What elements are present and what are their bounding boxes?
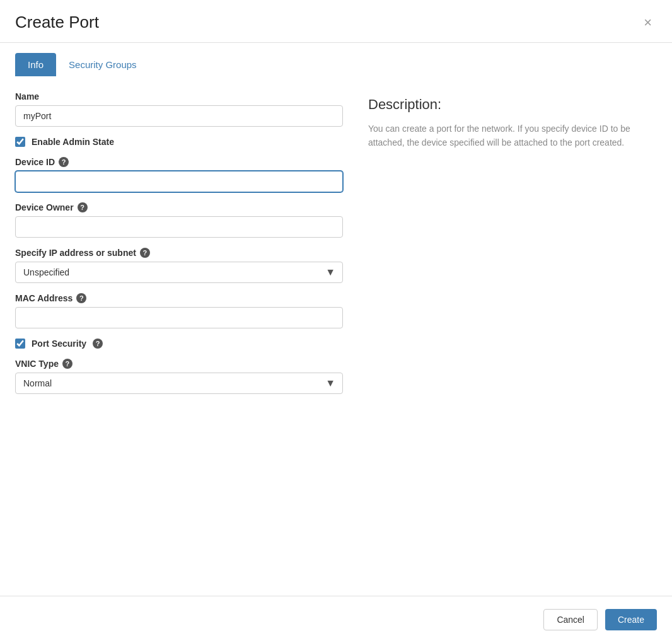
name-input[interactable]	[15, 105, 343, 127]
specify-ip-select[interactable]: Unspecified Fixed IP Subnet	[15, 262, 343, 283]
mac-address-field-group: MAC Address ?	[15, 293, 343, 328]
vnic-type-field-group: VNIC Type ? Normal Direct Macvtap Bareme…	[15, 359, 343, 394]
tab-info[interactable]: Info	[15, 53, 56, 76]
mac-address-input[interactable]	[15, 307, 343, 328]
dialog-footer: Cancel Create	[0, 596, 672, 643]
cancel-button[interactable]: Cancel	[543, 609, 598, 630]
dialog-header: Create Port ×	[0, 0, 672, 43]
specify-ip-help-icon: ?	[140, 248, 150, 258]
specify-ip-label: Specify IP address or subnet ?	[15, 248, 343, 258]
dialog-title: Create Port	[15, 13, 99, 32]
device-id-field-group: Device ID ?	[15, 157, 343, 192]
port-security-row: Port Security ?	[15, 339, 343, 349]
device-owner-label: Device Owner ?	[15, 202, 343, 212]
enable-admin-state-label: Enable Admin State	[32, 137, 114, 147]
device-owner-help-icon: ?	[78, 202, 88, 212]
mac-address-label: MAC Address ?	[15, 293, 343, 303]
tab-security-groups[interactable]: Security Groups	[56, 53, 149, 76]
vnic-type-help-icon: ?	[62, 359, 72, 369]
specify-ip-field-group: Specify IP address or subnet ? Unspecifi…	[15, 248, 343, 283]
specify-ip-select-wrapper: Unspecified Fixed IP Subnet ▼	[15, 262, 343, 283]
device-id-label: Device ID ?	[15, 157, 343, 167]
vnic-type-select[interactable]: Normal Direct Macvtap Baremetal Direct P…	[15, 373, 343, 394]
vnic-type-select-wrapper: Normal Direct Macvtap Baremetal Direct P…	[15, 373, 343, 394]
device-id-input[interactable]	[15, 171, 343, 192]
enable-admin-state-checkbox[interactable]	[15, 137, 25, 147]
description-title: Description:	[368, 96, 657, 113]
description-text: You can create a port for the network. I…	[368, 122, 657, 150]
port-security-label: Port Security	[32, 339, 86, 349]
form-column: Name Enable Admin State Device ID ?	[15, 91, 343, 596]
port-security-checkbox[interactable]	[15, 339, 25, 349]
device-owner-field-group: Device Owner ?	[15, 202, 343, 238]
create-port-dialog: Create Port × Info Security Groups Name …	[0, 0, 672, 643]
description-column: Description: You can create a port for t…	[368, 91, 657, 596]
name-field-group: Name	[15, 91, 343, 127]
mac-address-help-icon: ?	[76, 293, 86, 303]
device-id-help-icon: ?	[59, 157, 69, 167]
enable-admin-state-row: Enable Admin State	[15, 137, 343, 147]
close-button[interactable]: ×	[639, 13, 657, 32]
tab-bar: Info Security Groups	[0, 43, 672, 76]
create-button[interactable]: Create	[605, 609, 657, 630]
dialog-body: Name Enable Admin State Device ID ?	[0, 76, 672, 596]
port-security-help-icon: ?	[93, 339, 103, 349]
name-label: Name	[15, 91, 343, 101]
device-owner-input[interactable]	[15, 216, 343, 238]
vnic-type-label: VNIC Type ?	[15, 359, 343, 369]
